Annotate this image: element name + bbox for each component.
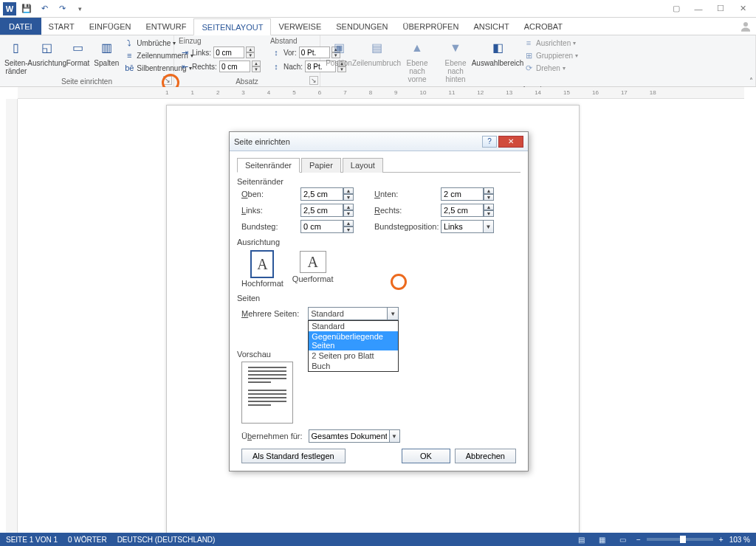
horizontal-ruler[interactable]: 1123456789101112131415161718: [18, 87, 744, 99]
collapse-ribbon-icon[interactable]: ˄: [749, 77, 753, 85]
spin-up-icon[interactable]: ▲: [484, 187, 494, 194]
dropdown-icon[interactable]: ▼: [484, 220, 494, 233]
status-words[interactable]: 0 WÖRTER: [68, 536, 107, 544]
margins-section-label: Seitenränder: [237, 177, 520, 186]
orientation-button[interactable]: ◱ Ausrichtung: [31, 37, 63, 69]
tab-acrobat[interactable]: ACROBAT: [517, 18, 570, 35]
position-button[interactable]: ▣Position: [323, 37, 354, 69]
right-margin-input[interactable]: [441, 204, 484, 217]
spin-up-icon[interactable]: ▲: [252, 61, 261, 66]
undo-icon[interactable]: ↶: [37, 1, 52, 16]
group-icon: ⊞: [523, 50, 534, 61]
tab-file[interactable]: DATEI: [0, 18, 41, 35]
size-button[interactable]: ▭ Format: [65, 37, 92, 69]
spin-up-icon[interactable]: ▲: [343, 220, 354, 227]
view-print-icon[interactable]: ▦: [595, 534, 610, 545]
spin-up-icon[interactable]: ▲: [343, 204, 354, 210]
minimize-icon[interactable]: —: [688, 1, 709, 16]
option-mirrored[interactable]: Gegenüberliegende Seiten: [309, 331, 398, 350]
indent-right-input[interactable]: [219, 61, 250, 72]
paragraph-launcher[interactable]: ↘: [309, 76, 318, 85]
rotate-icon: ⟳: [523, 63, 534, 73]
portrait-label: Hochformat: [241, 279, 284, 288]
save-icon[interactable]: 💾: [19, 1, 34, 16]
option-book[interactable]: Buch: [309, 361, 398, 371]
cancel-button[interactable]: Abbrechen: [455, 449, 516, 463]
vertical-ruler[interactable]: [6, 99, 18, 533]
dialog-tab-paper[interactable]: Papier: [301, 158, 341, 173]
status-page[interactable]: SEITE 1 VON 1: [6, 536, 58, 544]
after-label: Nach:: [284, 63, 303, 71]
zoom-level[interactable]: 103 %: [729, 536, 750, 544]
spin-down-icon[interactable]: ▼: [484, 194, 494, 201]
tab-review[interactable]: ÜBERPRÜFEN: [396, 18, 467, 35]
maximize-icon[interactable]: ☐: [710, 1, 731, 16]
selection-pane-button[interactable]: ◧Auswahlbereich: [475, 37, 520, 69]
backward-icon: ▼: [446, 38, 465, 58]
spin-up-icon[interactable]: ▲: [246, 46, 255, 52]
option-two-per[interactable]: 2 Seiten pro Blatt: [309, 350, 398, 361]
dialog-help-icon[interactable]: ?: [482, 136, 497, 148]
right-margin-label: Rechts:: [374, 206, 433, 215]
view-web-icon[interactable]: ▭: [616, 534, 630, 545]
set-default-button[interactable]: Als Standard festlegen: [241, 449, 346, 463]
portrait-option[interactable]: A Hochformat: [241, 251, 284, 288]
spin-down-icon[interactable]: ▼: [484, 210, 494, 217]
tab-design[interactable]: ENTWURF: [138, 18, 193, 35]
left-margin-input[interactable]: [300, 204, 343, 217]
redo-icon[interactable]: ↷: [55, 1, 69, 16]
multi-pages-select[interactable]: Standard ▼ Standard Gegenüberliegende Se…: [308, 307, 399, 320]
indent-left-input[interactable]: [213, 46, 244, 58]
dialog-close-icon[interactable]: ✕: [498, 136, 523, 148]
paragraph-group-label: Absatz: [177, 77, 317, 86]
tab-insert[interactable]: EINFÜGEN: [82, 18, 139, 35]
ok-button[interactable]: OK: [402, 449, 450, 463]
gutter-input[interactable]: [300, 220, 343, 233]
dropdown-icon[interactable]: ▼: [390, 429, 400, 443]
page-setup-launcher[interactable]: ↘: [163, 76, 172, 85]
qat-customize-icon[interactable]: ▾: [72, 1, 87, 16]
status-language[interactable]: DEUTSCH (DEUTSCHLAND): [117, 536, 216, 544]
margins-button[interactable]: ▯ Seiten- ränder: [3, 37, 30, 77]
tab-pagelayout[interactable]: SEITENLAYOUT: [193, 18, 271, 35]
spin-up-icon[interactable]: ▲: [484, 204, 494, 210]
forward-button[interactable]: ▲Ebene nach vorne: [399, 37, 436, 85]
tab-view[interactable]: ANSICHT: [466, 18, 516, 35]
selection-label: Auswahlbereich: [472, 59, 524, 67]
zoom-out-icon[interactable]: −: [636, 536, 641, 544]
landscape-label: Querformat: [292, 274, 334, 283]
option-standard[interactable]: Standard: [309, 321, 398, 331]
landscape-option[interactable]: A Querformat: [292, 251, 334, 288]
dialog-tab-layout[interactable]: Layout: [343, 158, 383, 173]
tab-references[interactable]: VERWEISE: [271, 18, 329, 35]
spin-down-icon[interactable]: ▼: [343, 194, 354, 201]
zoom-in-icon[interactable]: +: [719, 536, 724, 544]
gutter-pos-select[interactable]: [441, 220, 484, 233]
columns-button[interactable]: ▥ Spalten: [92, 37, 120, 69]
wrap-button[interactable]: ▤Zeilenumbruch: [356, 37, 397, 69]
dialog-title-bar[interactable]: Seite einrichten ? ✕: [230, 132, 528, 151]
spin-up-icon[interactable]: ▲: [343, 187, 354, 194]
backward-button[interactable]: ▼Ebene nach hinten: [437, 37, 474, 85]
rotate-button[interactable]: ⟳Drehen▾: [521, 62, 580, 74]
bottom-input[interactable]: [441, 187, 484, 201]
top-input[interactable]: [300, 187, 343, 201]
spin-down-icon[interactable]: ▼: [252, 66, 261, 72]
dropdown-icon[interactable]: ▼: [388, 307, 399, 320]
tab-start[interactable]: START: [41, 18, 82, 35]
dialog-tab-margins[interactable]: Seitenränder: [237, 158, 300, 173]
group-button[interactable]: ⊞Gruppieren▾: [521, 49, 580, 61]
align-button[interactable]: ≡Ausrichten▾: [521, 37, 580, 49]
zoom-slider[interactable]: [647, 538, 713, 541]
spin-down-icon[interactable]: ▼: [343, 227, 354, 233]
spin-down-icon[interactable]: ▼: [343, 210, 354, 217]
user-icon[interactable]: [735, 18, 756, 35]
orientation-icon: ◱: [38, 38, 57, 58]
ribbon-display-icon[interactable]: ▢: [666, 1, 687, 16]
spin-down-icon[interactable]: ▼: [246, 52, 255, 58]
dialog-tabs: Seitenränder Papier Layout: [237, 157, 520, 173]
close-icon[interactable]: ✕: [732, 1, 753, 16]
view-read-icon[interactable]: ▤: [574, 534, 589, 545]
tab-mailings[interactable]: SENDUNGEN: [329, 18, 395, 35]
apply-to-select[interactable]: [309, 429, 390, 443]
